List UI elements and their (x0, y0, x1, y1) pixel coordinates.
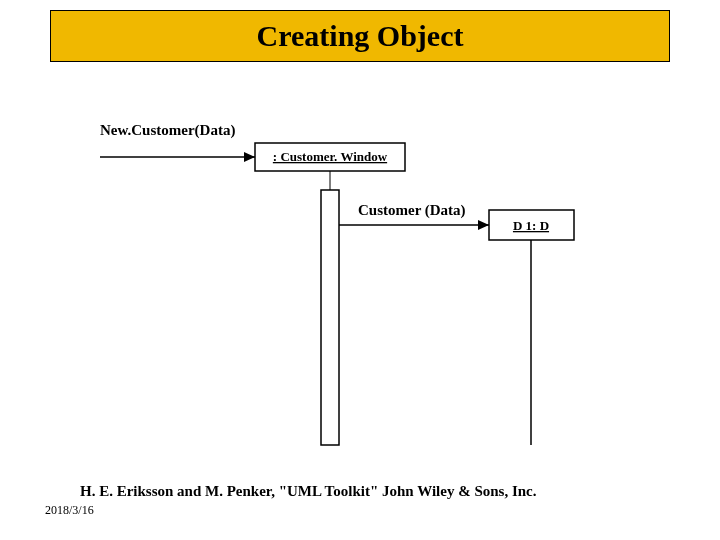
sequence-diagram: New.Customer(Data) : Customer. Window Cu… (0, 95, 720, 475)
arrowhead-icon (244, 152, 255, 162)
activation-bar (321, 190, 339, 445)
participant-label: D 1: D (513, 218, 549, 233)
participant-label: : Customer. Window (273, 149, 388, 164)
message-label: New.Customer(Data) (100, 122, 235, 139)
message-label: Customer (Data) (358, 202, 466, 219)
date-text: 2018/3/16 (45, 503, 94, 518)
arrowhead-icon (478, 220, 489, 230)
attribution-text: H. E. Eriksson and M. Penker, "UML Toolk… (80, 483, 537, 500)
page-title: Creating Object (51, 19, 669, 53)
title-bar: Creating Object (50, 10, 670, 62)
